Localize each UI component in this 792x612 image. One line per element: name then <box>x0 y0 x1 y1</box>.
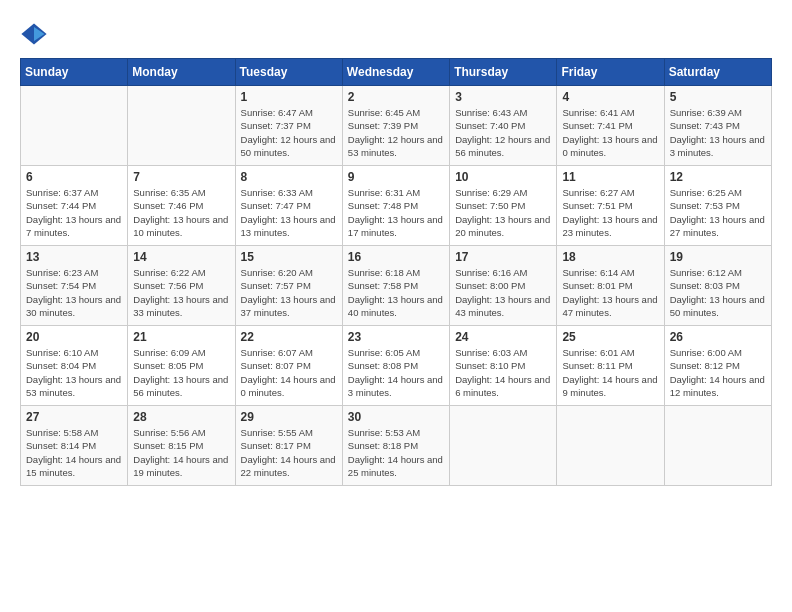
calendar-cell <box>557 406 664 486</box>
day-info: Sunrise: 5:55 AM Sunset: 8:17 PM Dayligh… <box>241 426 337 479</box>
calendar-week-1: 1Sunrise: 6:47 AM Sunset: 7:37 PM Daylig… <box>21 86 772 166</box>
day-info: Sunrise: 6:47 AM Sunset: 7:37 PM Dayligh… <box>241 106 337 159</box>
day-number: 21 <box>133 330 229 344</box>
day-number: 8 <box>241 170 337 184</box>
logo <box>20 20 52 48</box>
calendar-cell: 1Sunrise: 6:47 AM Sunset: 7:37 PM Daylig… <box>235 86 342 166</box>
day-info: Sunrise: 6:00 AM Sunset: 8:12 PM Dayligh… <box>670 346 766 399</box>
calendar-cell: 23Sunrise: 6:05 AM Sunset: 8:08 PM Dayli… <box>342 326 449 406</box>
calendar-cell: 14Sunrise: 6:22 AM Sunset: 7:56 PM Dayli… <box>128 246 235 326</box>
calendar-cell: 28Sunrise: 5:56 AM Sunset: 8:15 PM Dayli… <box>128 406 235 486</box>
day-info: Sunrise: 6:03 AM Sunset: 8:10 PM Dayligh… <box>455 346 551 399</box>
day-info: Sunrise: 6:05 AM Sunset: 8:08 PM Dayligh… <box>348 346 444 399</box>
calendar-cell: 9Sunrise: 6:31 AM Sunset: 7:48 PM Daylig… <box>342 166 449 246</box>
calendar-cell: 8Sunrise: 6:33 AM Sunset: 7:47 PM Daylig… <box>235 166 342 246</box>
calendar-cell: 25Sunrise: 6:01 AM Sunset: 8:11 PM Dayli… <box>557 326 664 406</box>
day-number: 4 <box>562 90 658 104</box>
calendar-cell: 27Sunrise: 5:58 AM Sunset: 8:14 PM Dayli… <box>21 406 128 486</box>
day-info: Sunrise: 6:25 AM Sunset: 7:53 PM Dayligh… <box>670 186 766 239</box>
header-thursday: Thursday <box>450 59 557 86</box>
day-info: Sunrise: 6:18 AM Sunset: 7:58 PM Dayligh… <box>348 266 444 319</box>
day-number: 9 <box>348 170 444 184</box>
page-header <box>20 20 772 48</box>
day-number: 27 <box>26 410 122 424</box>
day-number: 30 <box>348 410 444 424</box>
day-info: Sunrise: 5:58 AM Sunset: 8:14 PM Dayligh… <box>26 426 122 479</box>
day-number: 19 <box>670 250 766 264</box>
day-info: Sunrise: 6:29 AM Sunset: 7:50 PM Dayligh… <box>455 186 551 239</box>
day-number: 5 <box>670 90 766 104</box>
day-info: Sunrise: 6:20 AM Sunset: 7:57 PM Dayligh… <box>241 266 337 319</box>
day-info: Sunrise: 6:43 AM Sunset: 7:40 PM Dayligh… <box>455 106 551 159</box>
day-info: Sunrise: 6:37 AM Sunset: 7:44 PM Dayligh… <box>26 186 122 239</box>
calendar-cell: 10Sunrise: 6:29 AM Sunset: 7:50 PM Dayli… <box>450 166 557 246</box>
calendar-cell: 5Sunrise: 6:39 AM Sunset: 7:43 PM Daylig… <box>664 86 771 166</box>
logo-icon <box>20 20 48 48</box>
day-number: 3 <box>455 90 551 104</box>
header-friday: Friday <box>557 59 664 86</box>
day-number: 14 <box>133 250 229 264</box>
day-info: Sunrise: 6:31 AM Sunset: 7:48 PM Dayligh… <box>348 186 444 239</box>
calendar-cell: 26Sunrise: 6:00 AM Sunset: 8:12 PM Dayli… <box>664 326 771 406</box>
calendar-cell: 2Sunrise: 6:45 AM Sunset: 7:39 PM Daylig… <box>342 86 449 166</box>
header-tuesday: Tuesday <box>235 59 342 86</box>
calendar-cell: 30Sunrise: 5:53 AM Sunset: 8:18 PM Dayli… <box>342 406 449 486</box>
day-number: 2 <box>348 90 444 104</box>
day-number: 29 <box>241 410 337 424</box>
calendar-cell: 29Sunrise: 5:55 AM Sunset: 8:17 PM Dayli… <box>235 406 342 486</box>
calendar-cell: 21Sunrise: 6:09 AM Sunset: 8:05 PM Dayli… <box>128 326 235 406</box>
calendar-cell: 22Sunrise: 6:07 AM Sunset: 8:07 PM Dayli… <box>235 326 342 406</box>
calendar-cell: 4Sunrise: 6:41 AM Sunset: 7:41 PM Daylig… <box>557 86 664 166</box>
header-wednesday: Wednesday <box>342 59 449 86</box>
calendar-week-2: 6Sunrise: 6:37 AM Sunset: 7:44 PM Daylig… <box>21 166 772 246</box>
calendar-cell: 15Sunrise: 6:20 AM Sunset: 7:57 PM Dayli… <box>235 246 342 326</box>
calendar-cell: 13Sunrise: 6:23 AM Sunset: 7:54 PM Dayli… <box>21 246 128 326</box>
day-info: Sunrise: 6:41 AM Sunset: 7:41 PM Dayligh… <box>562 106 658 159</box>
header-saturday: Saturday <box>664 59 771 86</box>
day-info: Sunrise: 6:01 AM Sunset: 8:11 PM Dayligh… <box>562 346 658 399</box>
day-number: 17 <box>455 250 551 264</box>
day-info: Sunrise: 5:56 AM Sunset: 8:15 PM Dayligh… <box>133 426 229 479</box>
day-info: Sunrise: 6:10 AM Sunset: 8:04 PM Dayligh… <box>26 346 122 399</box>
calendar-cell <box>450 406 557 486</box>
calendar-cell: 11Sunrise: 6:27 AM Sunset: 7:51 PM Dayli… <box>557 166 664 246</box>
day-info: Sunrise: 6:35 AM Sunset: 7:46 PM Dayligh… <box>133 186 229 239</box>
day-number: 13 <box>26 250 122 264</box>
day-number: 12 <box>670 170 766 184</box>
day-number: 10 <box>455 170 551 184</box>
day-info: Sunrise: 6:16 AM Sunset: 8:00 PM Dayligh… <box>455 266 551 319</box>
calendar-cell <box>664 406 771 486</box>
calendar-cell: 6Sunrise: 6:37 AM Sunset: 7:44 PM Daylig… <box>21 166 128 246</box>
day-number: 7 <box>133 170 229 184</box>
calendar-header-row: SundayMondayTuesdayWednesdayThursdayFrid… <box>21 59 772 86</box>
calendar-cell: 17Sunrise: 6:16 AM Sunset: 8:00 PM Dayli… <box>450 246 557 326</box>
day-number: 15 <box>241 250 337 264</box>
day-number: 20 <box>26 330 122 344</box>
calendar-cell: 16Sunrise: 6:18 AM Sunset: 7:58 PM Dayli… <box>342 246 449 326</box>
day-info: Sunrise: 6:33 AM Sunset: 7:47 PM Dayligh… <box>241 186 337 239</box>
day-number: 28 <box>133 410 229 424</box>
day-info: Sunrise: 6:39 AM Sunset: 7:43 PM Dayligh… <box>670 106 766 159</box>
calendar-cell <box>21 86 128 166</box>
calendar-week-4: 20Sunrise: 6:10 AM Sunset: 8:04 PM Dayli… <box>21 326 772 406</box>
day-number: 24 <box>455 330 551 344</box>
day-info: Sunrise: 5:53 AM Sunset: 8:18 PM Dayligh… <box>348 426 444 479</box>
day-info: Sunrise: 6:27 AM Sunset: 7:51 PM Dayligh… <box>562 186 658 239</box>
header-sunday: Sunday <box>21 59 128 86</box>
day-number: 6 <box>26 170 122 184</box>
calendar-cell: 12Sunrise: 6:25 AM Sunset: 7:53 PM Dayli… <box>664 166 771 246</box>
day-number: 23 <box>348 330 444 344</box>
day-number: 25 <box>562 330 658 344</box>
calendar-table: SundayMondayTuesdayWednesdayThursdayFrid… <box>20 58 772 486</box>
calendar-cell: 3Sunrise: 6:43 AM Sunset: 7:40 PM Daylig… <box>450 86 557 166</box>
day-info: Sunrise: 6:14 AM Sunset: 8:01 PM Dayligh… <box>562 266 658 319</box>
day-number: 26 <box>670 330 766 344</box>
calendar-cell: 20Sunrise: 6:10 AM Sunset: 8:04 PM Dayli… <box>21 326 128 406</box>
day-number: 22 <box>241 330 337 344</box>
calendar-cell: 24Sunrise: 6:03 AM Sunset: 8:10 PM Dayli… <box>450 326 557 406</box>
day-info: Sunrise: 6:22 AM Sunset: 7:56 PM Dayligh… <box>133 266 229 319</box>
calendar-cell <box>128 86 235 166</box>
day-number: 16 <box>348 250 444 264</box>
calendar-week-5: 27Sunrise: 5:58 AM Sunset: 8:14 PM Dayli… <box>21 406 772 486</box>
calendar-cell: 18Sunrise: 6:14 AM Sunset: 8:01 PM Dayli… <box>557 246 664 326</box>
